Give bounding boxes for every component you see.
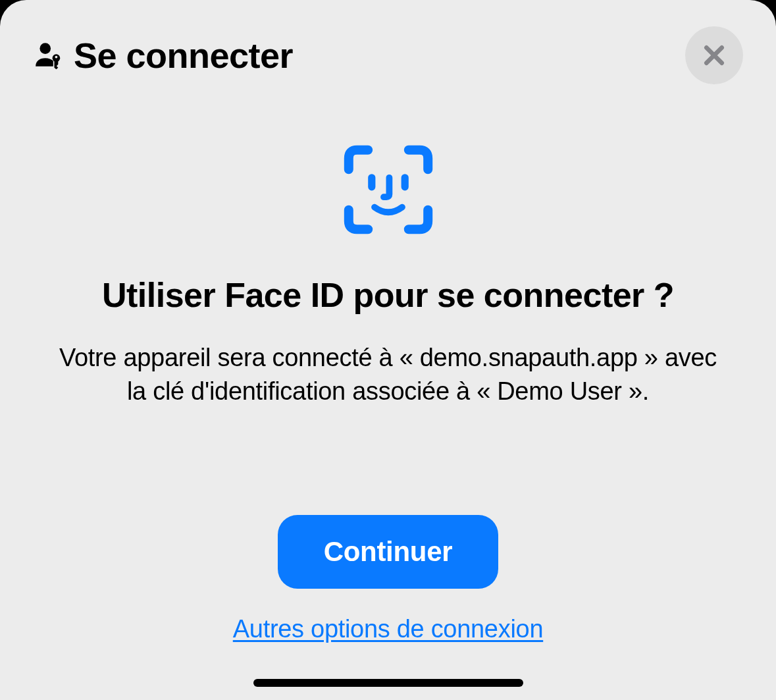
sheet-content: Utiliser Face ID pour se connecter ? Vot… (33, 144, 743, 700)
other-options-link[interactable]: Autres options de connexion (233, 615, 543, 643)
signin-sheet: Se connecter Utiliser Face ID pour se co… (0, 0, 776, 700)
continue-button[interactable]: Continuer (278, 515, 499, 589)
prompt-description: Votre appareil sera connecté à « demo.sn… (59, 341, 717, 409)
passkey-icon (33, 39, 66, 72)
close-icon (701, 42, 727, 68)
close-button[interactable] (685, 26, 743, 84)
prompt-title: Utiliser Face ID pour se connecter ? (102, 275, 674, 315)
faceid-icon (342, 144, 434, 236)
sheet-header: Se connecter (33, 26, 743, 84)
header-title-group: Se connecter (33, 35, 293, 76)
actions-group: Continuer Autres options de connexion (233, 515, 543, 663)
svg-point-2 (55, 56, 58, 59)
sheet-title: Se connecter (74, 35, 293, 76)
svg-point-0 (39, 43, 51, 54)
home-indicator (253, 679, 523, 687)
